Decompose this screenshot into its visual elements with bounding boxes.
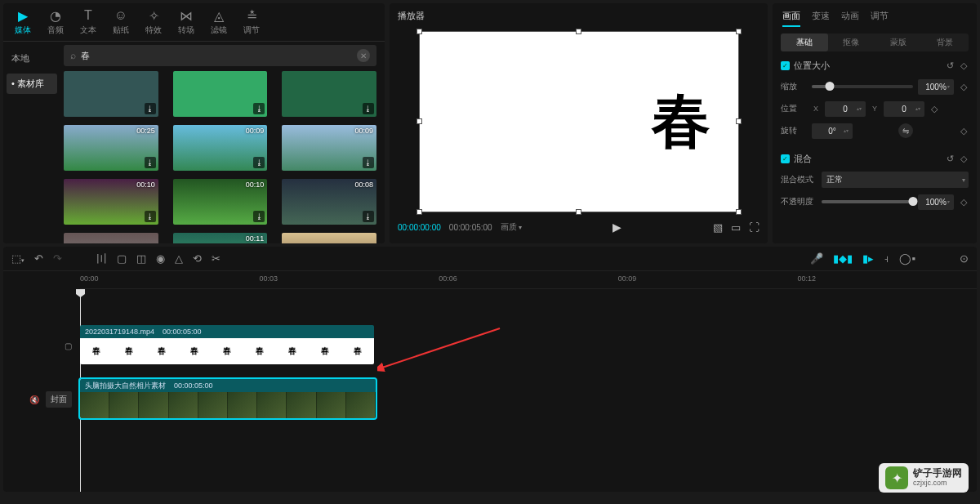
inspector-tab[interactable]: 变速 bbox=[812, 10, 830, 27]
position-row: 位置 X 0▴▾ Y 0▴▾ ◇ bbox=[781, 100, 969, 117]
main-tab-text[interactable]: T文本 bbox=[72, 5, 105, 39]
inspector-subtab[interactable]: 蒙版 bbox=[875, 33, 922, 51]
timeline: ⬚▾ ↶ ↷ 〣 ▢ ◫ ◉ △ ⟲ ✂ 🎤 ▮◆▮ ▮▸ ⫞ ◯▪ ⊙ 00:… bbox=[3, 247, 977, 492]
main-tab-audio[interactable]: ◔音频 bbox=[39, 5, 72, 39]
media-clip[interactable]: ⭳ bbox=[173, 71, 268, 117]
pointer-tool-icon[interactable]: ⬚▾ bbox=[11, 252, 24, 265]
cover-button[interactable]: 封面 bbox=[46, 391, 72, 408]
adjust-icon: ≛ bbox=[247, 8, 257, 23]
blend-mode-select[interactable]: 正常▾ bbox=[822, 172, 969, 188]
keyframe-icon[interactable]: ◇ bbox=[959, 126, 969, 136]
canvas-text[interactable]: 春 bbox=[652, 83, 710, 161]
inspector-subtab[interactable]: 抠像 bbox=[828, 33, 875, 51]
zoom-fit-icon[interactable]: ⊙ bbox=[960, 252, 969, 265]
crop2-icon[interactable]: ✂ bbox=[212, 252, 220, 265]
clip-grid: ⭳⭳⭳00:25⭳00:09⭳00:09⭳00:10⭳00:10⭳00:08⭳⭳… bbox=[64, 71, 376, 243]
ratio-icon[interactable]: ▭ bbox=[731, 221, 741, 234]
keyframe-icon[interactable]: ◇ bbox=[929, 104, 939, 114]
media-clip[interactable]: 00:25⭳ bbox=[64, 125, 158, 171]
ruler-tick: 00:06 bbox=[439, 274, 457, 283]
position-x[interactable]: 0▴▾ bbox=[825, 101, 866, 117]
main-tab-media[interactable]: ▶媒体 bbox=[7, 5, 39, 39]
inspector-subtab[interactable]: 背景 bbox=[922, 33, 969, 51]
mic-icon[interactable]: 🎤 bbox=[810, 252, 823, 265]
scale-slider[interactable] bbox=[812, 85, 913, 88]
video-track: 🔇 封面 头脑拍摄大自然相片素材00:00:05:00 bbox=[3, 379, 977, 420]
reset-icon[interactable]: ↺ bbox=[945, 154, 955, 164]
download-icon[interactable]: ⭳ bbox=[145, 103, 156, 114]
mirror-icon[interactable]: △ bbox=[175, 252, 183, 265]
quality-selector[interactable]: 画质 ▾ bbox=[501, 221, 522, 233]
blend-mode-row: 混合模式 正常▾ bbox=[781, 172, 969, 188]
download-icon[interactable]: ⭳ bbox=[363, 157, 374, 168]
position-size-checkbox[interactable]: ✓ bbox=[781, 61, 790, 70]
align-icon[interactable]: ⫞ bbox=[884, 252, 889, 265]
magnet-on-icon[interactable]: ▮◆▮ bbox=[833, 252, 853, 265]
text-clip[interactable]: 2022031719148.mp400:00:05:00 春春春春春春春春春 bbox=[80, 325, 374, 364]
reset-icon[interactable]: ↺ bbox=[945, 60, 955, 71]
sidebar-item[interactable]: • 素材库 bbox=[7, 74, 57, 94]
player-stage[interactable]: 春 bbox=[398, 27, 760, 216]
download-icon[interactable]: ⭳ bbox=[363, 211, 374, 222]
search-input[interactable] bbox=[81, 51, 357, 60]
download-icon[interactable]: ⭳ bbox=[363, 103, 374, 114]
media-clip[interactable]: ⭳ bbox=[64, 233, 158, 243]
sidebar-item[interactable]: 本地 bbox=[7, 48, 57, 69]
media-clip[interactable]: ⭳ bbox=[64, 71, 158, 117]
main-tab-sticker[interactable]: ☺贴纸 bbox=[105, 5, 137, 39]
media-clip[interactable]: ⭳ bbox=[282, 233, 376, 243]
keyframe-icon[interactable]: ◇ bbox=[959, 82, 969, 92]
keyframe-icon[interactable]: ◇ bbox=[959, 197, 969, 207]
rotate-icon[interactable]: ⟲ bbox=[193, 252, 202, 265]
main-tab-filter[interactable]: ◬滤镜 bbox=[203, 5, 235, 39]
download-icon[interactable]: ⭳ bbox=[253, 157, 265, 168]
media-clip[interactable]: 00:10⭳ bbox=[173, 179, 268, 225]
track-lock-icon[interactable]: ▢ bbox=[65, 341, 72, 350]
media-clip[interactable]: 00:08⭳ bbox=[282, 179, 376, 225]
snapshot-icon[interactable]: ▧ bbox=[713, 221, 723, 234]
speed-icon[interactable]: ◉ bbox=[156, 252, 165, 265]
mute-icon[interactable]: 🔇 bbox=[29, 395, 39, 404]
inspector-tab[interactable]: 调节 bbox=[871, 10, 889, 27]
crop-icon[interactable]: ◫ bbox=[136, 252, 146, 265]
media-clip[interactable]: 00:09⭳ bbox=[282, 125, 376, 171]
flip-horizontal-icon[interactable]: ⇋ bbox=[898, 123, 913, 138]
download-icon[interactable]: ⭳ bbox=[145, 211, 156, 222]
blend-checkbox[interactable]: ✓ bbox=[781, 154, 790, 163]
undo-icon[interactable]: ↶ bbox=[34, 252, 43, 265]
media-clip[interactable]: 00:09⭳ bbox=[173, 125, 268, 171]
main-tabs: ▶媒体◔音频T文本☺贴纸✧特效⋈转场◬滤镜≛调节 bbox=[3, 3, 385, 42]
redo-icon[interactable]: ↷ bbox=[53, 252, 62, 265]
fullscreen-icon[interactable]: ⛶ bbox=[749, 221, 760, 234]
download-icon[interactable]: ⭳ bbox=[253, 211, 265, 222]
main-tab-adjust[interactable]: ≛调节 bbox=[235, 5, 268, 39]
position-y[interactable]: 0▴▾ bbox=[884, 101, 924, 117]
inspector-tab[interactable]: 动画 bbox=[841, 10, 859, 27]
search-box[interactable]: ⌕ ✕ bbox=[64, 45, 376, 66]
media-clip[interactable]: 00:11⭳ bbox=[173, 233, 268, 243]
download-icon[interactable]: ⭳ bbox=[145, 157, 156, 168]
media-clip[interactable]: 00:10⭳ bbox=[64, 179, 158, 225]
media-clip[interactable]: ⭳ bbox=[282, 71, 376, 117]
opacity-slider[interactable] bbox=[822, 200, 913, 203]
player-canvas[interactable]: 春 bbox=[420, 32, 738, 212]
main-tab-transition[interactable]: ⋈转场 bbox=[170, 5, 203, 39]
rotation-value[interactable]: 0°▴▾ bbox=[812, 123, 853, 139]
play-button[interactable]: ▶ bbox=[612, 221, 621, 234]
scale-value[interactable]: 100%▴▾ bbox=[918, 79, 954, 95]
keyframe-icon[interactable]: ◇ bbox=[959, 154, 969, 164]
split-icon[interactable]: 〣 bbox=[96, 252, 107, 266]
link-icon[interactable]: ▮▸ bbox=[862, 252, 874, 265]
main-tab-effect[interactable]: ✧特效 bbox=[137, 5, 170, 39]
download-icon[interactable]: ⭳ bbox=[253, 103, 265, 114]
timeline-ruler[interactable]: 00:0000:0300:0600:0900:12 bbox=[80, 271, 977, 289]
opacity-value[interactable]: 100%▴▾ bbox=[918, 194, 954, 210]
delete-icon[interactable]: ▢ bbox=[117, 252, 127, 265]
preview-icon[interactable]: ◯▪ bbox=[899, 252, 915, 265]
inspector-tab[interactable]: 画面 bbox=[782, 10, 800, 27]
keyframe-icon[interactable]: ◇ bbox=[959, 60, 969, 71]
timeline-toolbar: ⬚▾ ↶ ↷ 〣 ▢ ◫ ◉ △ ⟲ ✂ 🎤 ▮◆▮ ▮▸ ⫞ ◯▪ ⊙ bbox=[3, 247, 977, 271]
clear-search-icon[interactable]: ✕ bbox=[357, 49, 370, 62]
inspector-subtab[interactable]: 基础 bbox=[781, 33, 828, 51]
video-clip[interactable]: 头脑拍摄大自然相片素材00:00:05:00 bbox=[80, 379, 376, 418]
